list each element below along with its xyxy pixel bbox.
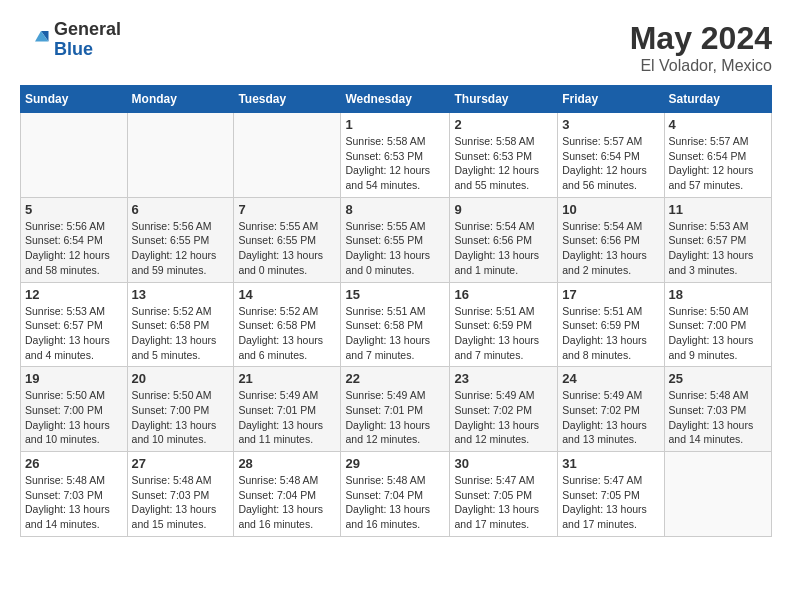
- cell-info: Sunrise: 5:49 AM Sunset: 7:01 PM Dayligh…: [345, 388, 445, 447]
- day-number: 27: [132, 456, 230, 471]
- calendar-week-row: 1Sunrise: 5:58 AM Sunset: 6:53 PM Daylig…: [21, 113, 772, 198]
- calendar-cell: 30Sunrise: 5:47 AM Sunset: 7:05 PM Dayli…: [450, 452, 558, 537]
- day-number: 13: [132, 287, 230, 302]
- day-number: 12: [25, 287, 123, 302]
- calendar-cell: 11Sunrise: 5:53 AM Sunset: 6:57 PM Dayli…: [664, 197, 771, 282]
- calendar-cell: 25Sunrise: 5:48 AM Sunset: 7:03 PM Dayli…: [664, 367, 771, 452]
- cell-info: Sunrise: 5:50 AM Sunset: 7:00 PM Dayligh…: [132, 388, 230, 447]
- calendar-cell: 18Sunrise: 5:50 AM Sunset: 7:00 PM Dayli…: [664, 282, 771, 367]
- calendar-cell: 3Sunrise: 5:57 AM Sunset: 6:54 PM Daylig…: [558, 113, 664, 198]
- day-number: 1: [345, 117, 445, 132]
- cell-info: Sunrise: 5:49 AM Sunset: 7:02 PM Dayligh…: [562, 388, 659, 447]
- calendar-table: Sunday Monday Tuesday Wednesday Thursday…: [20, 85, 772, 537]
- cell-info: Sunrise: 5:55 AM Sunset: 6:55 PM Dayligh…: [345, 219, 445, 278]
- day-number: 10: [562, 202, 659, 217]
- calendar-cell: 13Sunrise: 5:52 AM Sunset: 6:58 PM Dayli…: [127, 282, 234, 367]
- logo-text: General Blue: [54, 20, 121, 60]
- col-saturday: Saturday: [664, 86, 771, 113]
- calendar-cell: 10Sunrise: 5:54 AM Sunset: 6:56 PM Dayli…: [558, 197, 664, 282]
- calendar-header: Sunday Monday Tuesday Wednesday Thursday…: [21, 86, 772, 113]
- header-row: Sunday Monday Tuesday Wednesday Thursday…: [21, 86, 772, 113]
- day-number: 4: [669, 117, 767, 132]
- cell-info: Sunrise: 5:52 AM Sunset: 6:58 PM Dayligh…: [238, 304, 336, 363]
- day-number: 20: [132, 371, 230, 386]
- calendar-cell: 31Sunrise: 5:47 AM Sunset: 7:05 PM Dayli…: [558, 452, 664, 537]
- day-number: 6: [132, 202, 230, 217]
- day-number: 15: [345, 287, 445, 302]
- day-number: 9: [454, 202, 553, 217]
- title-block: May 2024 El Volador, Mexico: [630, 20, 772, 75]
- calendar-week-row: 5Sunrise: 5:56 AM Sunset: 6:54 PM Daylig…: [21, 197, 772, 282]
- day-number: 28: [238, 456, 336, 471]
- cell-info: Sunrise: 5:54 AM Sunset: 6:56 PM Dayligh…: [454, 219, 553, 278]
- page-header: General Blue May 2024 El Volador, Mexico: [20, 20, 772, 75]
- calendar-cell: 8Sunrise: 5:55 AM Sunset: 6:55 PM Daylig…: [341, 197, 450, 282]
- day-number: 8: [345, 202, 445, 217]
- cell-info: Sunrise: 5:54 AM Sunset: 6:56 PM Dayligh…: [562, 219, 659, 278]
- calendar-cell: 5Sunrise: 5:56 AM Sunset: 6:54 PM Daylig…: [21, 197, 128, 282]
- logo-blue: Blue: [54, 40, 121, 60]
- cell-info: Sunrise: 5:58 AM Sunset: 6:53 PM Dayligh…: [454, 134, 553, 193]
- day-number: 22: [345, 371, 445, 386]
- day-number: 2: [454, 117, 553, 132]
- calendar-cell: 2Sunrise: 5:58 AM Sunset: 6:53 PM Daylig…: [450, 113, 558, 198]
- cell-info: Sunrise: 5:57 AM Sunset: 6:54 PM Dayligh…: [562, 134, 659, 193]
- cell-info: Sunrise: 5:58 AM Sunset: 6:53 PM Dayligh…: [345, 134, 445, 193]
- day-number: 25: [669, 371, 767, 386]
- cell-info: Sunrise: 5:57 AM Sunset: 6:54 PM Dayligh…: [669, 134, 767, 193]
- cell-info: Sunrise: 5:48 AM Sunset: 7:04 PM Dayligh…: [238, 473, 336, 532]
- day-number: 19: [25, 371, 123, 386]
- calendar-cell: 6Sunrise: 5:56 AM Sunset: 6:55 PM Daylig…: [127, 197, 234, 282]
- col-thursday: Thursday: [450, 86, 558, 113]
- logo-icon: [20, 25, 50, 55]
- cell-info: Sunrise: 5:48 AM Sunset: 7:03 PM Dayligh…: [669, 388, 767, 447]
- calendar-cell: 7Sunrise: 5:55 AM Sunset: 6:55 PM Daylig…: [234, 197, 341, 282]
- calendar-cell: 22Sunrise: 5:49 AM Sunset: 7:01 PM Dayli…: [341, 367, 450, 452]
- calendar-cell: 29Sunrise: 5:48 AM Sunset: 7:04 PM Dayli…: [341, 452, 450, 537]
- cell-info: Sunrise: 5:49 AM Sunset: 7:02 PM Dayligh…: [454, 388, 553, 447]
- calendar-cell: 28Sunrise: 5:48 AM Sunset: 7:04 PM Dayli…: [234, 452, 341, 537]
- day-number: 26: [25, 456, 123, 471]
- day-number: 23: [454, 371, 553, 386]
- calendar-cell: [127, 113, 234, 198]
- cell-info: Sunrise: 5:51 AM Sunset: 6:59 PM Dayligh…: [454, 304, 553, 363]
- logo-general: General: [54, 20, 121, 40]
- cell-info: Sunrise: 5:55 AM Sunset: 6:55 PM Dayligh…: [238, 219, 336, 278]
- calendar-subtitle: El Volador, Mexico: [630, 57, 772, 75]
- calendar-week-row: 12Sunrise: 5:53 AM Sunset: 6:57 PM Dayli…: [21, 282, 772, 367]
- cell-info: Sunrise: 5:48 AM Sunset: 7:03 PM Dayligh…: [132, 473, 230, 532]
- calendar-cell: 23Sunrise: 5:49 AM Sunset: 7:02 PM Dayli…: [450, 367, 558, 452]
- calendar-body: 1Sunrise: 5:58 AM Sunset: 6:53 PM Daylig…: [21, 113, 772, 537]
- cell-info: Sunrise: 5:47 AM Sunset: 7:05 PM Dayligh…: [562, 473, 659, 532]
- calendar-cell: [234, 113, 341, 198]
- cell-info: Sunrise: 5:52 AM Sunset: 6:58 PM Dayligh…: [132, 304, 230, 363]
- day-number: 30: [454, 456, 553, 471]
- calendar-cell: 14Sunrise: 5:52 AM Sunset: 6:58 PM Dayli…: [234, 282, 341, 367]
- calendar-cell: 27Sunrise: 5:48 AM Sunset: 7:03 PM Dayli…: [127, 452, 234, 537]
- calendar-cell: 4Sunrise: 5:57 AM Sunset: 6:54 PM Daylig…: [664, 113, 771, 198]
- calendar-cell: 24Sunrise: 5:49 AM Sunset: 7:02 PM Dayli…: [558, 367, 664, 452]
- day-number: 14: [238, 287, 336, 302]
- calendar-cell: [664, 452, 771, 537]
- day-number: 3: [562, 117, 659, 132]
- calendar-title: May 2024: [630, 20, 772, 57]
- cell-info: Sunrise: 5:53 AM Sunset: 6:57 PM Dayligh…: [669, 219, 767, 278]
- calendar-cell: 21Sunrise: 5:49 AM Sunset: 7:01 PM Dayli…: [234, 367, 341, 452]
- calendar-week-row: 26Sunrise: 5:48 AM Sunset: 7:03 PM Dayli…: [21, 452, 772, 537]
- cell-info: Sunrise: 5:50 AM Sunset: 7:00 PM Dayligh…: [25, 388, 123, 447]
- calendar-cell: 16Sunrise: 5:51 AM Sunset: 6:59 PM Dayli…: [450, 282, 558, 367]
- cell-info: Sunrise: 5:47 AM Sunset: 7:05 PM Dayligh…: [454, 473, 553, 532]
- col-tuesday: Tuesday: [234, 86, 341, 113]
- calendar-cell: 15Sunrise: 5:51 AM Sunset: 6:58 PM Dayli…: [341, 282, 450, 367]
- col-wednesday: Wednesday: [341, 86, 450, 113]
- col-sunday: Sunday: [21, 86, 128, 113]
- day-number: 31: [562, 456, 659, 471]
- cell-info: Sunrise: 5:50 AM Sunset: 7:00 PM Dayligh…: [669, 304, 767, 363]
- calendar-cell: 17Sunrise: 5:51 AM Sunset: 6:59 PM Dayli…: [558, 282, 664, 367]
- calendar-cell: [21, 113, 128, 198]
- calendar-week-row: 19Sunrise: 5:50 AM Sunset: 7:00 PM Dayli…: [21, 367, 772, 452]
- calendar-cell: 26Sunrise: 5:48 AM Sunset: 7:03 PM Dayli…: [21, 452, 128, 537]
- cell-info: Sunrise: 5:56 AM Sunset: 6:55 PM Dayligh…: [132, 219, 230, 278]
- calendar-cell: 9Sunrise: 5:54 AM Sunset: 6:56 PM Daylig…: [450, 197, 558, 282]
- logo: General Blue: [20, 20, 121, 60]
